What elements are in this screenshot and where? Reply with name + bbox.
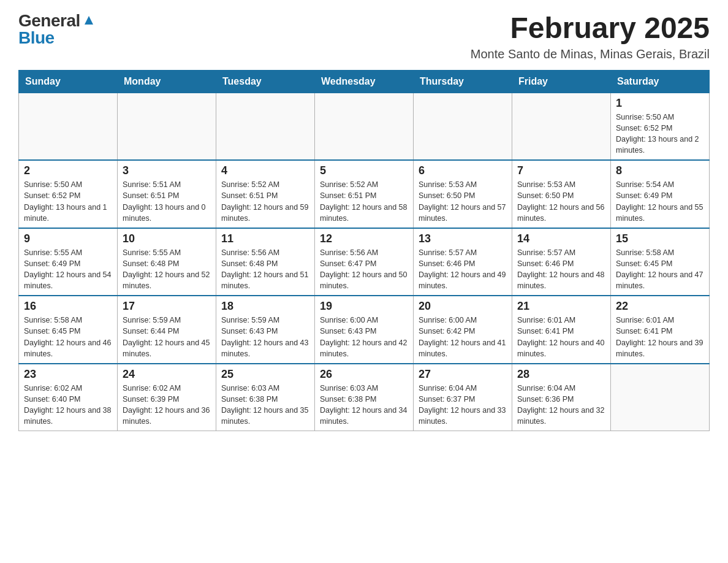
day-number: 28 [517,368,605,381]
header-tuesday: Tuesday [216,70,315,93]
day-number: 3 [123,164,211,177]
day-number: 7 [517,164,605,177]
day-info: Sunrise: 5:50 AMSunset: 6:52 PMDaylight:… [24,179,112,224]
table-row: 15Sunrise: 5:58 AMSunset: 6:45 PMDayligh… [611,228,710,296]
table-row [611,364,710,431]
day-number: 19 [320,300,408,313]
location-subtitle: Monte Santo de Minas, Minas Gerais, Braz… [471,47,710,61]
table-row: 24Sunrise: 6:02 AMSunset: 6:39 PMDayligh… [118,364,216,431]
day-number: 8 [616,164,704,177]
day-info: Sunrise: 5:57 AMSunset: 6:46 PMDaylight:… [419,247,507,292]
day-info: Sunrise: 5:53 AMSunset: 6:50 PMDaylight:… [517,179,605,224]
header-thursday: Thursday [414,70,512,93]
calendar-week-row: 23Sunrise: 6:02 AMSunset: 6:40 PMDayligh… [19,364,710,431]
title-block: February 2025 Monte Santo de Minas, Mina… [471,12,710,61]
day-info: Sunrise: 5:57 AMSunset: 6:46 PMDaylight:… [517,247,605,292]
day-info: Sunrise: 6:01 AMSunset: 6:41 PMDaylight:… [616,315,704,359]
day-number: 14 [517,232,605,245]
day-info: Sunrise: 6:04 AMSunset: 6:36 PMDaylight:… [517,383,605,427]
day-info: Sunrise: 5:59 AMSunset: 6:44 PMDaylight:… [123,315,211,359]
logo-blue: Blue [18,29,55,47]
table-row: 8Sunrise: 5:54 AMSunset: 6:49 PMDaylight… [611,160,710,228]
logo-triangle-icon [82,13,96,27]
day-number: 16 [24,300,112,313]
day-number: 4 [221,164,309,177]
table-row: 23Sunrise: 6:02 AMSunset: 6:40 PMDayligh… [19,364,118,431]
table-row [512,93,611,160]
table-row: 21Sunrise: 6:01 AMSunset: 6:41 PMDayligh… [512,296,611,364]
table-row: 26Sunrise: 6:03 AMSunset: 6:38 PMDayligh… [315,364,414,431]
table-row [216,93,315,160]
day-number: 17 [123,300,211,313]
day-number: 2 [24,164,112,177]
calendar-week-row: 16Sunrise: 5:58 AMSunset: 6:45 PMDayligh… [19,296,710,364]
table-row [118,93,216,160]
day-info: Sunrise: 6:03 AMSunset: 6:38 PMDaylight:… [320,383,408,427]
day-number: 24 [123,368,211,381]
table-row: 22Sunrise: 6:01 AMSunset: 6:41 PMDayligh… [611,296,710,364]
day-info: Sunrise: 6:04 AMSunset: 6:37 PMDaylight:… [419,383,507,427]
day-info: Sunrise: 5:51 AMSunset: 6:51 PMDaylight:… [123,179,211,224]
table-row: 11Sunrise: 5:56 AMSunset: 6:48 PMDayligh… [216,228,315,296]
header-friday: Friday [512,70,611,93]
table-row: 5Sunrise: 5:52 AMSunset: 6:51 PMDaylight… [315,160,414,228]
day-number: 15 [616,232,704,245]
table-row [19,93,118,160]
day-info: Sunrise: 5:56 AMSunset: 6:47 PMDaylight:… [320,247,408,292]
header-monday: Monday [118,70,216,93]
day-info: Sunrise: 5:58 AMSunset: 6:45 PMDaylight:… [24,315,112,359]
day-number: 22 [616,300,704,313]
day-number: 11 [221,232,309,245]
table-row: 14Sunrise: 5:57 AMSunset: 6:46 PMDayligh… [512,228,611,296]
day-number: 20 [419,300,507,313]
day-number: 6 [419,164,507,177]
table-row: 10Sunrise: 5:55 AMSunset: 6:48 PMDayligh… [118,228,216,296]
day-info: Sunrise: 5:52 AMSunset: 6:51 PMDaylight:… [320,179,408,224]
header-sunday: Sunday [19,70,118,93]
table-row [414,93,512,160]
day-number: 27 [419,368,507,381]
day-number: 26 [320,368,408,381]
calendar-header-row: Sunday Monday Tuesday Wednesday Thursday… [19,70,710,93]
table-row: 12Sunrise: 5:56 AMSunset: 6:47 PMDayligh… [315,228,414,296]
day-info: Sunrise: 5:53 AMSunset: 6:50 PMDaylight:… [419,179,507,224]
table-row: 13Sunrise: 5:57 AMSunset: 6:46 PMDayligh… [414,228,512,296]
page-header: General Blue February 2025 Monte Santo d… [18,12,710,61]
calendar-week-row: 1Sunrise: 5:50 AMSunset: 6:52 PMDaylight… [19,93,710,160]
day-number: 25 [221,368,309,381]
table-row: 7Sunrise: 5:53 AMSunset: 6:50 PMDaylight… [512,160,611,228]
table-row: 1Sunrise: 5:50 AMSunset: 6:52 PMDaylight… [611,93,710,160]
table-row [315,93,414,160]
day-info: Sunrise: 6:00 AMSunset: 6:43 PMDaylight:… [320,315,408,359]
table-row: 9Sunrise: 5:55 AMSunset: 6:49 PMDaylight… [19,228,118,296]
day-info: Sunrise: 6:02 AMSunset: 6:40 PMDaylight:… [24,383,112,427]
svg-marker-0 [85,16,93,25]
day-info: Sunrise: 6:02 AMSunset: 6:39 PMDaylight:… [123,383,211,427]
table-row: 27Sunrise: 6:04 AMSunset: 6:37 PMDayligh… [414,364,512,431]
day-number: 13 [419,232,507,245]
day-number: 21 [517,300,605,313]
day-info: Sunrise: 5:55 AMSunset: 6:48 PMDaylight:… [123,247,211,292]
day-number: 9 [24,232,112,245]
table-row: 18Sunrise: 5:59 AMSunset: 6:43 PMDayligh… [216,296,315,364]
day-info: Sunrise: 6:01 AMSunset: 6:41 PMDaylight:… [517,315,605,359]
calendar-table: Sunday Monday Tuesday Wednesday Thursday… [18,70,710,432]
table-row: 19Sunrise: 6:00 AMSunset: 6:43 PMDayligh… [315,296,414,364]
header-saturday: Saturday [611,70,710,93]
day-info: Sunrise: 5:58 AMSunset: 6:45 PMDaylight:… [616,247,704,292]
day-number: 18 [221,300,309,313]
day-number: 12 [320,232,408,245]
day-info: Sunrise: 5:54 AMSunset: 6:49 PMDaylight:… [616,179,704,224]
day-number: 5 [320,164,408,177]
logo: General Blue [18,12,96,47]
table-row: 17Sunrise: 5:59 AMSunset: 6:44 PMDayligh… [118,296,216,364]
day-info: Sunrise: 5:52 AMSunset: 6:51 PMDaylight:… [221,179,309,224]
table-row: 28Sunrise: 6:04 AMSunset: 6:36 PMDayligh… [512,364,611,431]
table-row: 16Sunrise: 5:58 AMSunset: 6:45 PMDayligh… [19,296,118,364]
calendar-week-row: 9Sunrise: 5:55 AMSunset: 6:49 PMDaylight… [19,228,710,296]
month-title: February 2025 [471,12,710,45]
table-row: 20Sunrise: 6:00 AMSunset: 6:42 PMDayligh… [414,296,512,364]
day-number: 10 [123,232,211,245]
day-info: Sunrise: 5:55 AMSunset: 6:49 PMDaylight:… [24,247,112,292]
table-row: 25Sunrise: 6:03 AMSunset: 6:38 PMDayligh… [216,364,315,431]
